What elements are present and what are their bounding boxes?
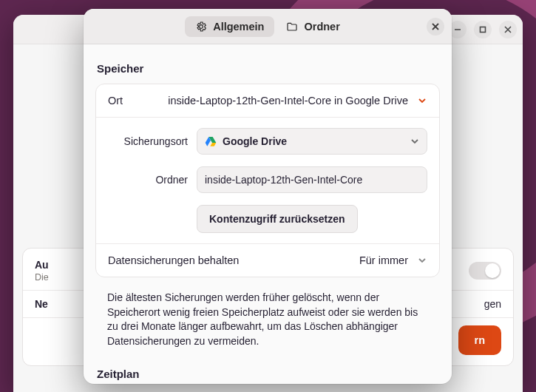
location-row[interactable]: Ort inside-Laptop-12th-Gen-Intel-Core in… [96, 84, 439, 117]
location-label: Ort [108, 95, 123, 107]
tab-switcher: Allgemein Ordner [185, 16, 350, 37]
gear-icon [195, 21, 207, 33]
folder-value: inside-Laptop-12th-Gen-Intel-Core [205, 174, 362, 186]
maximize-icon [479, 26, 486, 33]
retention-value: Für immer [359, 254, 408, 266]
close-icon [504, 26, 512, 33]
retention-label: Datensicherungen behalten [108, 254, 350, 266]
tab-folders-label: Ordner [304, 21, 339, 33]
storage-card: Ort inside-Laptop-12th-Gen-Intel-Core in… [95, 84, 440, 277]
dialog-header: Allgemein Ordner [84, 9, 452, 44]
reset-access-row: Kontenzugriff zurücksetzen [96, 199, 439, 243]
dialog-body[interactable]: Speicher Ort inside-Laptop-12th-Gen-Inte… [84, 44, 452, 384]
maximize-button[interactable] [474, 21, 492, 38]
folder-label: Ordner [108, 174, 188, 186]
autobackup-title: Au [35, 259, 49, 271]
tab-general[interactable]: Allgemein [185, 16, 274, 37]
tab-general-label: Allgemein [213, 21, 264, 33]
chevron-down-icon [417, 255, 427, 266]
minimize-icon [454, 26, 461, 33]
restore-label-trail: gen [484, 298, 501, 310]
retention-note: Die ältesten Sicherungen werden früher g… [95, 286, 440, 350]
backup-location-label: Sicherungsort [108, 135, 188, 147]
folder-field[interactable]: inside-Laptop-12th-Gen-Intel-Core [197, 166, 427, 193]
close-icon [432, 23, 439, 30]
autobackup-switch[interactable] [469, 262, 501, 280]
location-value: inside-Laptop-12th-Gen-Intel-Core in Goo… [132, 95, 408, 107]
svg-rect-0 [481, 27, 486, 32]
back-primary-trail: rn [475, 334, 486, 346]
folder-row: Ordner inside-Laptop-12th-Gen-Intel-Core [96, 160, 439, 199]
backup-location-value: Google Drive [223, 135, 287, 147]
preferences-dialog: Allgemein Ordner Speicher Ort inside-Lap… [84, 9, 452, 384]
retention-row[interactable]: Datensicherungen behalten Für immer [96, 243, 439, 277]
folder-icon [286, 21, 298, 33]
back-primary-button[interactable]: rn [458, 325, 502, 355]
section-storage-title: Speicher [97, 62, 438, 75]
reset-access-button[interactable]: Kontenzugriff zurücksetzen [197, 205, 358, 233]
reset-access-label: Kontenzugriff zurücksetzen [209, 213, 345, 225]
backup-location-row: Sicherungsort Google Drive [96, 117, 439, 160]
chevron-down-icon [410, 137, 419, 146]
autobackup-sub: Die [35, 272, 49, 283]
chevron-down-icon [417, 95, 427, 106]
google-drive-icon [205, 135, 217, 147]
tab-folders[interactable]: Ordner [276, 16, 350, 37]
section-schedule-title: Zeitplan [97, 368, 438, 380]
backup-location-select[interactable]: Google Drive [197, 128, 427, 155]
parent-close-button[interactable] [499, 21, 517, 38]
restore-title: Ne [35, 298, 48, 310]
dialog-close-button[interactable] [427, 18, 444, 36]
